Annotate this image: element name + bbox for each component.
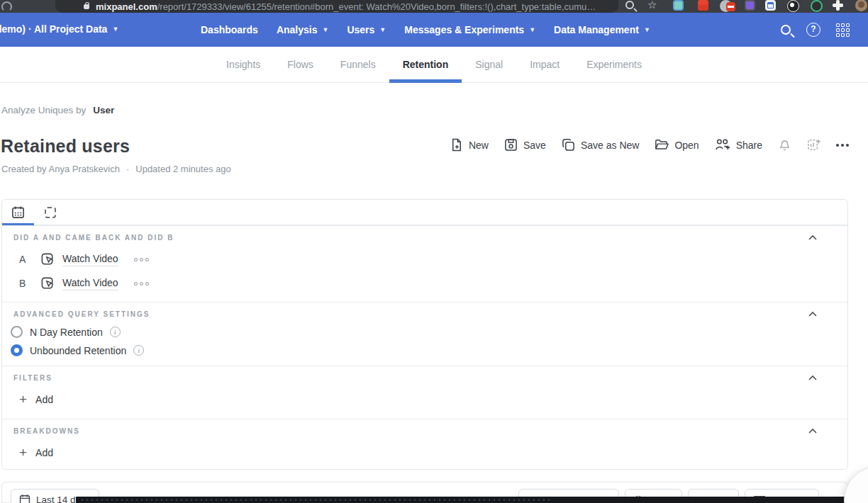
breakdowns-section-header: BREAKDOWNS [2, 419, 847, 435]
save-as-new-button-label: Save as New [581, 140, 639, 151]
nav-item-label: Users [347, 24, 374, 35]
new-button[interactable]: New [450, 138, 489, 152]
url-domain: mixpanel.com [96, 1, 157, 12]
tab-experiments[interactable]: Experiments [573, 47, 655, 82]
chevron-up-icon[interactable] [808, 233, 818, 243]
step-label: B [19, 278, 40, 289]
open-button-label: Open [674, 140, 699, 151]
extension-icon[interactable] [765, 0, 776, 11]
info-icon[interactable]: i [110, 327, 121, 337]
byline-separator: · [126, 164, 129, 174]
nav-right-icons: ? [781, 13, 850, 47]
star-bookmark-icon[interactable]: ☆ [647, 0, 657, 11]
chevron-up-icon[interactable] [808, 373, 818, 383]
profile-avatar[interactable] [855, 0, 867, 11]
analyze-entity-selector[interactable]: User [93, 105, 114, 115]
query-builder-panel: DID A AND CAME BACK AND DID B A Watch Vi… [1, 199, 848, 470]
dashed-selection-icon [45, 207, 56, 218]
cohort-view-tab[interactable] [34, 200, 66, 225]
nav-item-data-management[interactable]: Data Management▼ [554, 24, 650, 35]
row-options-icon[interactable] [134, 282, 149, 286]
lock-icon [84, 4, 89, 9]
extension-icon[interactable] [698, 0, 708, 11]
nav-menu: Dashboards Analysis▼ Users▼ Messages & E… [201, 13, 650, 47]
add-label: Add [35, 394, 53, 405]
tab-impact[interactable]: Impact [516, 47, 573, 82]
extension-icon[interactable] [787, 0, 799, 12]
plus-icon: + [19, 395, 27, 405]
filters-section-header: FILTERS [2, 366, 847, 382]
chevron-up-icon[interactable] [808, 310, 818, 320]
report-byline: Created by Anya Pratskevich · Updated 2 … [1, 164, 231, 174]
extension-icon[interactable] [745, 0, 755, 11]
browser-chrome-bar: mixpanel.com/report/1729333/view/61255/r… [0, 0, 868, 13]
caret-down-icon: ▼ [112, 26, 118, 33]
tab-retention[interactable]: Retention [389, 47, 462, 82]
nav-item-label: Data Management [554, 24, 639, 35]
search-icon[interactable] [781, 25, 791, 35]
row-options-icon[interactable] [134, 258, 149, 261]
share-people-icon [715, 138, 730, 152]
nav-item-users[interactable]: Users▼ [347, 24, 386, 35]
folder-icon [655, 138, 669, 152]
radio-unselected-icon [11, 326, 23, 338]
unbounded-retention-option[interactable]: Unbounded Retention i [11, 344, 847, 356]
breakdowns-section: BREAKDOWNS + Add [2, 419, 847, 470]
event-name[interactable]: Watch Video [62, 253, 118, 266]
address-bar[interactable]: mixpanel.com/report/1729333/view/61255/r… [55, 0, 618, 13]
nav-item-messages-experiments[interactable]: Messages & Experiments▼ [404, 24, 535, 35]
project-selector-label: demo) · All Project Data [0, 23, 107, 35]
option-label: Unbounded Retention [30, 345, 126, 356]
save-button[interactable]: Save [504, 138, 546, 152]
share-button-label: Share [736, 140, 762, 151]
nav-item-analysis[interactable]: Analysis▼ [277, 24, 329, 35]
top-navigation-bar: demo) · All Project Data ▼ Dashboards An… [0, 13, 868, 47]
tab-label: Insights [226, 59, 260, 70]
chevron-up-icon[interactable] [808, 426, 818, 436]
help-icon[interactable]: ? [806, 23, 820, 37]
copy-icon [562, 138, 575, 152]
tab-label: Flows [287, 59, 313, 70]
option-label: N Day Retention [30, 327, 103, 338]
tab-funnels[interactable]: Funnels [327, 47, 389, 82]
nav-item-label: Dashboards [201, 24, 258, 35]
calendar-icon [19, 494, 30, 503]
add-filter-button[interactable]: + Add [19, 394, 847, 405]
calendar-view-tab[interactable] [2, 200, 34, 225]
event-name[interactable]: Watch Video [62, 277, 118, 290]
save-as-new-button[interactable]: Save as New [562, 138, 639, 152]
builder-view-tabs [2, 200, 847, 225]
project-selector[interactable]: demo) · All Project Data ▼ [0, 23, 118, 35]
more-button[interactable] [836, 144, 849, 147]
alerts-button[interactable] [778, 138, 791, 152]
nav-item-dashboards[interactable]: Dashboards [201, 24, 258, 35]
save-icon [504, 138, 518, 152]
tab-flows[interactable]: Flows [274, 47, 327, 82]
caret-down-icon: ▼ [644, 26, 650, 33]
event-icon [40, 276, 55, 291]
filters-section: FILTERS + Add [2, 366, 847, 419]
analyze-label: Analyze Uniques by [1, 105, 86, 115]
reload-icon[interactable] [1, 1, 12, 12]
url-path: /report/1729333/view/61255/retention#bor… [157, 1, 596, 12]
extension-icon[interactable] [811, 0, 823, 12]
tab-signal[interactable]: Signal [462, 47, 516, 82]
extension-icon[interactable] [833, 0, 843, 11]
search-icon[interactable] [625, 1, 634, 9]
add-to-board-button[interactable] [807, 138, 820, 152]
report-title[interactable]: Retained users [1, 136, 130, 157]
nav-item-label: Messages & Experiments [404, 24, 524, 35]
ellipsis-icon [836, 144, 849, 147]
tab-label: Impact [530, 59, 560, 70]
updated-text: Updated 2 minutes ago [135, 164, 230, 174]
calendar-icon [11, 205, 25, 219]
tab-insights[interactable]: Insights [213, 47, 274, 82]
share-button[interactable]: Share [715, 138, 762, 152]
extension-icon[interactable] [673, 0, 684, 11]
open-button[interactable]: Open [655, 138, 699, 152]
apps-grid-icon[interactable] [836, 23, 850, 37]
help-fab-button[interactable] [844, 466, 868, 503]
add-breakdown-button[interactable]: + Add [19, 447, 847, 458]
info-icon[interactable]: i [133, 345, 144, 356]
n-day-retention-option[interactable]: N Day Retention i [11, 326, 847, 338]
